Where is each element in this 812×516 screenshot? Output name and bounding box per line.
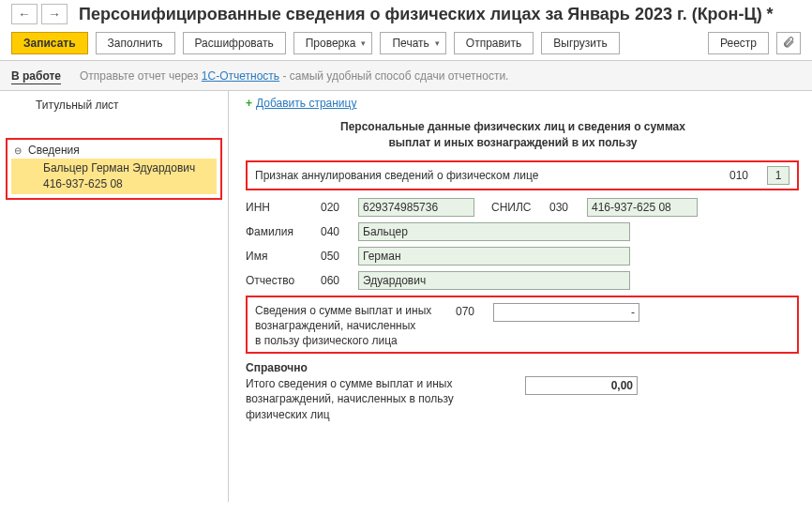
paperclip-icon [782,36,795,52]
name-row: Имя 050 Герман [246,247,799,266]
export-button[interactable]: Выгрузить [541,32,620,54]
surname-field[interactable]: Бальцер [358,222,630,241]
sidebar-item-person-snils: 416-937-625 08 [43,176,211,192]
sidebar-item-person-name: Бальцер Герман Эдуардович [43,160,211,176]
sidebar-item-title-page[interactable]: Титульный лист [6,95,222,117]
cancel-sign-code: 010 [729,169,767,182]
snils-field[interactable]: 416-937-625 08 [587,198,698,217]
fill-button[interactable]: Заполнить [96,32,175,54]
reference-block: Справочно Итого сведения о сумме выплат … [246,361,799,422]
sidebar-group-label: Сведения [28,144,80,157]
nav-forward-button[interactable]: → [41,4,68,24]
registry-button[interactable]: Реестр [708,32,769,54]
sum-label: Сведения о сумме выплат и иных вознаграж… [255,303,456,349]
name-field[interactable]: Герман [358,247,630,266]
print-dropdown[interactable]: Печать [380,32,445,54]
send-button[interactable]: Отправить [454,32,534,54]
check-dropdown[interactable]: Проверка [293,32,373,54]
surname-row: Фамилия 040 Бальцер [246,222,799,241]
status-hint: Отправьте отчет через 1С-Отчетность - са… [80,69,508,83]
attachment-button[interactable] [776,32,801,54]
section-title: Персональные данные физических лиц и све… [246,119,780,151]
nav-back-button[interactable]: ← [11,4,38,24]
inn-row: ИНН 020 629374985736 СНИЛС 030 416-937-6… [246,198,799,217]
sidebar-highlight-box: ⊖ Сведения Бальцер Герман Эдуардович 416… [6,138,222,200]
page-title: Персонифицированные сведения о физически… [79,5,774,24]
name-label: Имя [246,250,313,263]
reference-title: Справочно [246,361,799,374]
cancel-sign-label: Признак аннулирования сведений о физичес… [255,169,729,182]
surname-code: 040 [321,225,351,238]
sum-field[interactable]: - [493,303,639,322]
sum-row-highlight: Сведения о сумме выплат и иных вознаграж… [246,296,799,355]
save-button[interactable]: Записать [11,32,88,54]
sidebar: Титульный лист ⊖ Сведения Бальцер Герман… [0,91,229,502]
patronymic-row: Отчество 060 Эдуардович [246,271,799,290]
sidebar-item-person[interactable]: Бальцер Герман Эдуардович 416-937-625 08 [11,159,217,194]
cancel-sign-field[interactable]: 1 [767,166,789,185]
patronymic-field[interactable]: Эдуардович [358,271,630,290]
patronymic-code: 060 [321,274,351,287]
inn-field[interactable]: 629374985736 [358,198,474,217]
collapse-icon[interactable]: ⊖ [13,145,23,155]
reference-label: Итого сведения о сумме выплат и иных воз… [246,376,489,422]
add-page-link[interactable]: +Добавить страницу [246,97,799,110]
patronymic-label: Отчество [246,274,313,287]
cancel-sign-row: Признак аннулирования сведений о физичес… [246,160,799,190]
snils-code: 030 [549,201,579,214]
content-area: +Добавить страницу Персональные данные ф… [229,91,812,502]
status-state-link[interactable]: В работе [11,69,61,83]
sidebar-group-svedeniya[interactable]: ⊖ Сведения [8,142,220,159]
name-code: 050 [321,250,351,263]
reference-total-field: 0,00 [525,376,638,395]
inn-code: 020 [321,201,351,214]
decode-button[interactable]: Расшифровать [183,32,286,54]
inn-label: ИНН [246,201,313,214]
plus-icon: + [246,97,252,110]
status-hint-link[interactable]: 1С-Отчетность [202,69,279,83]
snils-label: СНИЛС [491,201,542,214]
surname-label: Фамилия [246,225,313,238]
sum-code: 070 [456,303,493,318]
